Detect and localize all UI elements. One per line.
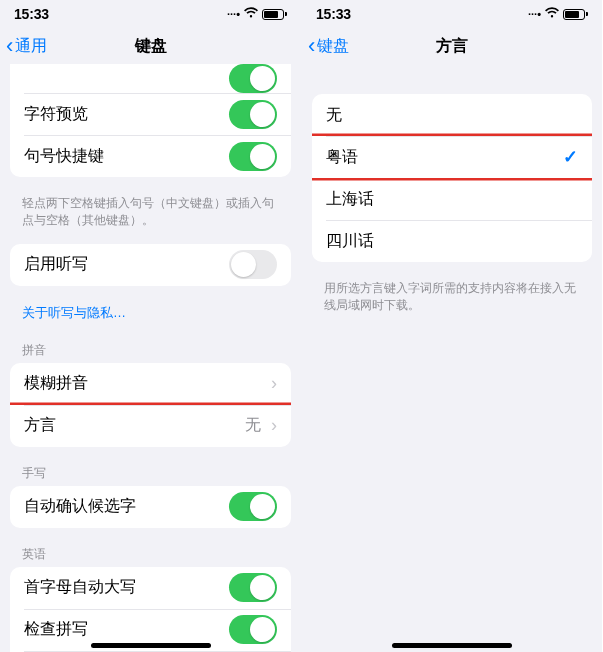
- row-auto-cap[interactable]: 首字母自动大写: [10, 567, 291, 609]
- home-indicator: [91, 643, 211, 648]
- option-none[interactable]: 无: [312, 94, 592, 136]
- toggle-on-icon[interactable]: [229, 615, 277, 644]
- back-label: 键盘: [317, 36, 349, 57]
- dots-icon: ···•: [227, 8, 240, 20]
- page-title: 方言: [436, 36, 468, 57]
- chevron-left-icon: ‹: [308, 35, 315, 57]
- label: 四川话: [326, 231, 374, 252]
- privacy-link[interactable]: 关于听写与隐私…: [0, 298, 301, 336]
- status-time: 15:33: [316, 6, 351, 22]
- toggle-on-icon[interactable]: [229, 492, 277, 521]
- toggle-on-icon[interactable]: [229, 64, 277, 93]
- group-handwriting: 自动确认候选字: [10, 486, 291, 528]
- back-button[interactable]: ‹ 键盘: [308, 35, 349, 57]
- label: 方言: [24, 415, 56, 436]
- toggle-off-icon[interactable]: [229, 250, 277, 279]
- content: 无 粤语 ✓ 上海话 四川话 用所选方言键入字词所需的支持内容将在接入无线局域网…: [302, 64, 602, 652]
- back-label: 通用: [15, 36, 47, 57]
- label: 粤语: [326, 147, 358, 168]
- label: 首字母自动大写: [24, 577, 136, 598]
- value: 无: [245, 415, 261, 436]
- group-english: 首字母自动大写 检查拼写 输入预测 滑行键入时逐词删除: [10, 567, 291, 652]
- row-fuzzy-pinyin[interactable]: 模糊拼音 ›: [10, 363, 291, 405]
- group-pinyin: 模糊拼音 › 方言 无 ›: [10, 363, 291, 447]
- label: 上海话: [326, 189, 374, 210]
- page-title: 键盘: [135, 36, 167, 57]
- option-shanghainese[interactable]: 上海话: [312, 178, 592, 220]
- dots-icon: ···•: [528, 8, 541, 20]
- label: 启用听写: [24, 254, 88, 275]
- row-auto-confirm[interactable]: 自动确认候选字: [10, 486, 291, 528]
- status-time: 15:33: [14, 6, 49, 22]
- label: 模糊拼音: [24, 373, 88, 394]
- section-header-english: 英语: [0, 540, 301, 567]
- section-header-pinyin: 拼音: [0, 336, 301, 363]
- row-hidden-toggle[interactable]: [10, 64, 291, 93]
- chevron-right-icon: ›: [271, 415, 277, 436]
- checkmark-icon: ✓: [563, 146, 578, 168]
- group-general: 字符预览 句号快捷键: [10, 64, 291, 177]
- battery-icon: [262, 9, 287, 20]
- nav-bar: ‹ 键盘 方言: [302, 28, 602, 64]
- row-dialect[interactable]: 方言 无 ›: [10, 405, 291, 447]
- toggle-on-icon[interactable]: [229, 142, 277, 171]
- left-screenshot: 15:33 ···• ‹ 通用 键盘 字符预览: [0, 0, 301, 652]
- status-bar: 15:33 ···•: [0, 0, 301, 28]
- status-bar: 15:33 ···•: [302, 0, 602, 28]
- battery-icon: [563, 9, 588, 20]
- status-right: ···•: [528, 7, 588, 21]
- footer-text: 用所选方言键入字词所需的支持内容将在接入无线局域网时下载。: [302, 274, 602, 329]
- label: 字符预览: [24, 104, 88, 125]
- wifi-icon: [544, 7, 560, 21]
- content: 字符预览 句号快捷键 轻点两下空格键插入句号（中文键盘）或插入句点与空格（其他键…: [0, 64, 301, 652]
- nav-bar: ‹ 通用 键盘: [0, 28, 301, 64]
- option-cantonese[interactable]: 粤语 ✓: [312, 136, 592, 178]
- group-dialect-options: 无 粤语 ✓ 上海话 四川话: [312, 94, 592, 262]
- label: 检查拼写: [24, 619, 88, 640]
- status-right: ···•: [227, 7, 287, 21]
- row-char-preview[interactable]: 字符预览: [10, 93, 291, 135]
- label: 句号快捷键: [24, 146, 104, 167]
- wifi-icon: [243, 7, 259, 21]
- option-sichuanese[interactable]: 四川话: [312, 220, 592, 262]
- back-button[interactable]: ‹ 通用: [6, 35, 47, 57]
- chevron-right-icon: ›: [271, 373, 277, 394]
- home-indicator: [392, 643, 512, 648]
- right-screenshot: 15:33 ···• ‹ 键盘 方言 无 粤语 ✓: [301, 0, 602, 652]
- label: 无: [326, 105, 342, 126]
- toggle-on-icon[interactable]: [229, 100, 277, 129]
- toggle-on-icon[interactable]: [229, 573, 277, 602]
- section-header-handwriting: 手写: [0, 459, 301, 486]
- row-period-shortcut[interactable]: 句号快捷键: [10, 135, 291, 177]
- chevron-left-icon: ‹: [6, 35, 13, 57]
- label: 自动确认候选字: [24, 496, 136, 517]
- group-dictation: 启用听写: [10, 244, 291, 286]
- footer-text: 轻点两下空格键插入句号（中文键盘）或插入句点与空格（其他键盘）。: [0, 189, 301, 244]
- row-enable-dictation[interactable]: 启用听写: [10, 244, 291, 286]
